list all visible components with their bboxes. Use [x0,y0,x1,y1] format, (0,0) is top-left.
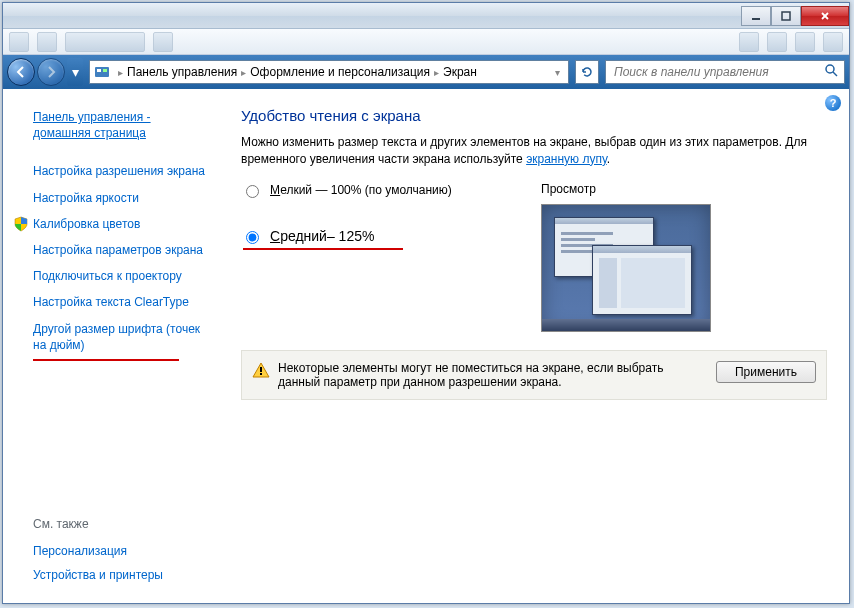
see-also-header: См. также [13,517,209,531]
search-input[interactable] [612,64,825,80]
breadcrumb-dropdown-icon[interactable]: ▾ [551,67,564,78]
help-icon[interactable]: ? [825,95,841,111]
breadcrumb-item[interactable]: Экран [443,65,477,79]
sidebar-item-custom-dpi[interactable]: Другой размер шрифта (точек на дюйм) [13,317,209,357]
toolbar-strip [3,29,849,55]
annotation-underline [33,359,179,361]
sidebar: Панель управления - домашняя страница На… [3,89,219,603]
svg-rect-1 [782,12,790,20]
refresh-button[interactable] [575,60,599,84]
toolbar-icon[interactable] [9,32,29,52]
toolbar-icon[interactable] [739,32,759,52]
svg-rect-9 [260,367,262,372]
preview-column: Просмотр [541,182,711,332]
sidebar-home-link[interactable]: Панель управления - домашняя страница [13,105,209,145]
toolbar-icon[interactable] [823,32,843,52]
warning-icon [252,361,270,379]
radio-medium[interactable]: Средний– 125% [241,228,491,244]
radio-small[interactable]: Мелкий — 100% (по умолчанию) [241,182,491,198]
sidebar-see-also-devices[interactable]: Устройства и принтеры [13,563,209,587]
sidebar-item-cleartype[interactable]: Настройка текста ClearType [13,290,209,314]
sidebar-item-calibrate[interactable]: Калибровка цветов [13,212,209,236]
apply-button[interactable]: Применить [716,361,816,383]
minimize-button[interactable] [741,6,771,26]
close-button[interactable] [801,6,849,26]
svg-line-8 [833,72,837,76]
sidebar-item-display-settings[interactable]: Настройка параметров экрана [13,238,209,262]
sidebar-item-resolution[interactable]: Настройка разрешения экрана [13,159,209,183]
back-button[interactable] [7,58,35,86]
toolbar-icon[interactable] [767,32,787,52]
size-options: Мелкий — 100% (по умолчанию) Средний– 12… [241,182,491,332]
svg-rect-10 [260,373,262,375]
search-box[interactable] [605,60,845,84]
content-area: ? Панель управления - домашняя страница … [3,89,849,603]
toolbar-icon[interactable] [795,32,815,52]
svg-point-7 [826,65,834,73]
preview-image [541,204,711,332]
breadcrumb-item[interactable]: Оформление и персонализация [250,65,430,79]
magnifier-link[interactable]: экранную лупу [526,152,607,166]
breadcrumb-item[interactable]: Панель управления [127,65,237,79]
title-bar [3,3,849,29]
control-panel-window: ▾ ▸ Панель управления ▸ Оформление и пер… [2,2,850,604]
preview-label: Просмотр [541,182,711,196]
maximize-button[interactable] [771,6,801,26]
page-title: Удобство чтения с экрана [241,107,827,124]
annotation-underline [243,248,403,250]
toolbar-icon[interactable] [153,32,173,52]
forward-button[interactable] [37,58,65,86]
toolbar-icon[interactable] [37,32,57,52]
page-description: Можно изменить размер текста и других эл… [241,134,827,168]
warning-text: Некоторые элементы могут не поместиться … [278,361,678,389]
radio-medium-input[interactable] [246,231,259,244]
sidebar-item-brightness[interactable]: Настройка яркости [13,186,209,210]
search-icon [825,64,838,80]
svg-rect-6 [103,69,107,72]
apply-bar: Некоторые элементы могут не поместиться … [241,350,827,400]
main-panel: Удобство чтения с экрана Можно изменить … [219,89,849,603]
address-bar: ▾ ▸ Панель управления ▸ Оформление и пер… [3,55,849,89]
toolbar-icon[interactable] [65,32,145,52]
svg-rect-5 [97,69,101,72]
breadcrumb[interactable]: ▸ Панель управления ▸ Оформление и персо… [89,60,569,84]
control-panel-icon [94,64,110,80]
sidebar-see-also-personalization[interactable]: Персонализация [13,539,209,563]
radio-small-input[interactable] [246,185,259,198]
sidebar-item-projector[interactable]: Подключиться к проектору [13,264,209,288]
history-dropdown[interactable]: ▾ [67,58,83,86]
